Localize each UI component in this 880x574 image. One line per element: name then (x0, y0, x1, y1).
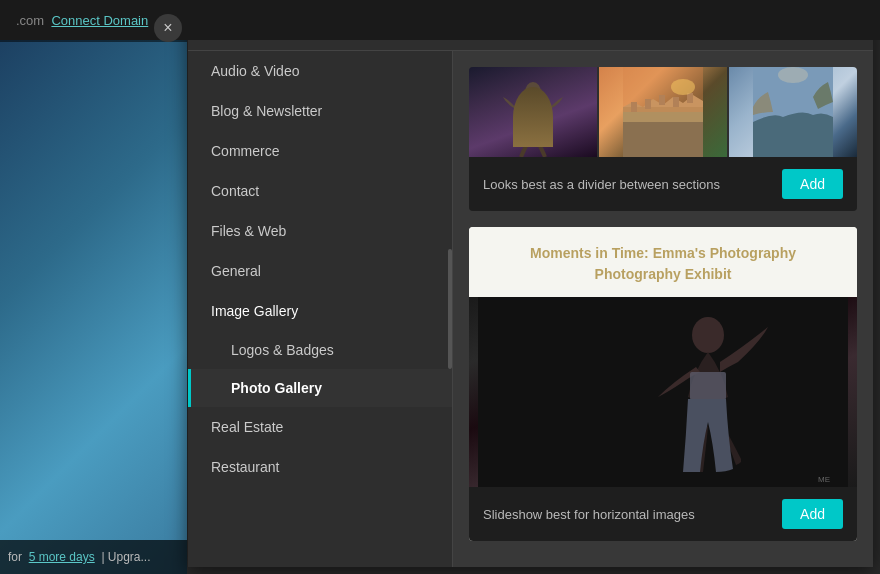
background-image-area (0, 0, 187, 574)
sidebar-item-blog-newsletter[interactable]: Blog & Newsletter (188, 91, 452, 131)
sidebar-item-image-gallery[interactable]: Image Gallery (188, 291, 452, 331)
domain-text: .com (16, 13, 44, 28)
bottom-bar: for 5 more days | Upgra... (0, 540, 187, 574)
svg-point-13 (692, 317, 724, 353)
card-image-1 (469, 67, 597, 157)
svg-rect-1 (623, 117, 703, 157)
sidebar: Audio & Video Blog & Newsletter Commerce… (188, 51, 453, 567)
svg-text:ME: ME (818, 475, 830, 484)
sidebar-item-commerce[interactable]: Commerce (188, 131, 452, 171)
sidebar-item-logos-badges[interactable]: Logos & Badges (188, 331, 452, 369)
bottom-bar-for: for (8, 550, 22, 564)
sidebar-item-files-web[interactable]: Files & Web (188, 211, 452, 251)
connect-domain-text[interactable]: .com Connect Domain (16, 13, 148, 28)
exhibit-card: Moments in Time: Emma's Photography Phot… (469, 227, 857, 541)
exhibit-description: Slideshow best for horizontal images (483, 507, 695, 522)
exhibit-image: ME (469, 297, 857, 487)
card-images (469, 67, 857, 157)
svg-point-11 (778, 67, 808, 83)
sidebar-item-contact[interactable]: Contact (188, 171, 452, 211)
top-bar: .com Connect Domain (0, 0, 880, 40)
card1-add-button[interactable]: Add (782, 169, 843, 199)
sidebar-item-general[interactable]: General (188, 251, 452, 291)
close-button[interactable]: × (154, 14, 182, 42)
sidebar-item-restaurant[interactable]: Restaurant (188, 447, 452, 487)
sidebar-item-real-estate[interactable]: Real Estate (188, 407, 452, 447)
card2-add-button[interactable]: Add (782, 499, 843, 529)
upgrade-text: | Upgra... (101, 550, 150, 564)
exhibit-footer: Slideshow best for horizontal images Add (469, 487, 857, 541)
exhibit-title: Moments in Time: Emma's Photography Phot… (489, 243, 837, 285)
card-image-2 (599, 67, 727, 157)
card-image-3 (729, 67, 857, 157)
app-panel: Audio & Video Blog & Newsletter Commerce… (188, 12, 873, 567)
svg-rect-12 (478, 297, 848, 487)
exhibit-header: Moments in Time: Emma's Photography Phot… (469, 227, 857, 297)
sidebar-item-audio-video[interactable]: Audio & Video (188, 51, 452, 91)
content-area: Looks best as a divider between sections… (453, 51, 873, 567)
divider-card: Looks best as a divider between sections… (469, 67, 857, 211)
svg-point-0 (525, 82, 541, 102)
connect-domain-link[interactable]: Connect Domain (51, 13, 148, 28)
days-link[interactable]: 5 more days (29, 550, 95, 564)
card-description: Looks best as a divider between sections (483, 177, 720, 192)
panel-body: Audio & Video Blog & Newsletter Commerce… (188, 51, 873, 567)
svg-rect-14 (690, 372, 726, 400)
svg-point-9 (671, 79, 695, 95)
card-footer: Looks best as a divider between sections… (469, 157, 857, 211)
sidebar-item-photo-gallery[interactable]: Photo Gallery (188, 369, 452, 407)
scrollbar-indicator (448, 249, 452, 369)
surfer-image (0, 0, 187, 574)
